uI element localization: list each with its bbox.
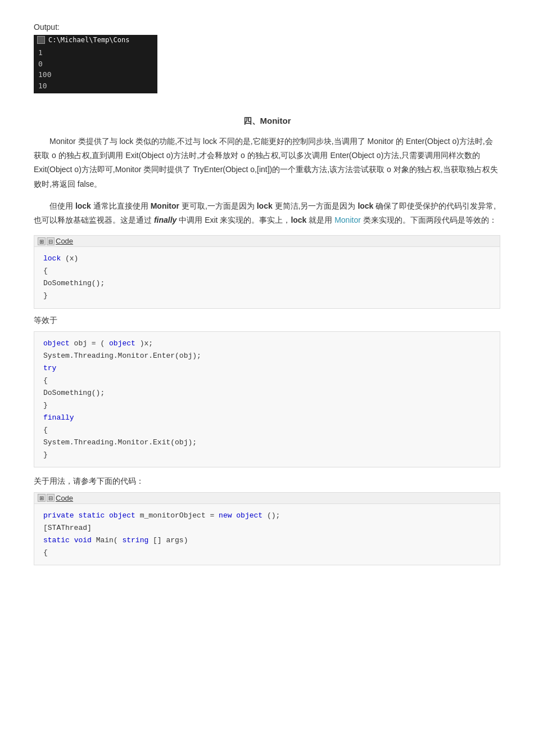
section-title: Monitor: [260, 116, 291, 125]
monitor-link: Monitor: [334, 215, 361, 224]
finally-keyword: finally: [154, 215, 177, 224]
code-block-3-body: private static object m_monitorObject = …: [34, 504, 500, 565]
code-block-2-body: object obj = ( object )x; System.Threadi…: [34, 332, 500, 467]
console-title: C:\Michael\Temp\Cons: [48, 36, 130, 44]
section-number: 四、: [243, 116, 260, 125]
output-label: Output:: [34, 22, 500, 32]
expand-icon-1b[interactable]: ⊟: [47, 237, 55, 245]
console-line-3: 100: [38, 69, 153, 80]
lock-keyword-4: lock: [291, 215, 306, 224]
expand-icon-1a[interactable]: ⊞: [38, 237, 46, 245]
code-block-1-header[interactable]: ⊞ ⊟ Code: [34, 236, 500, 247]
code-block-1: ⊞ ⊟ Code lock (x) { DoSomething(); }: [34, 235, 500, 308]
usage-text: 关于用法，请参考下面的代码：: [34, 474, 500, 488]
console-body: 1 0 100 10: [34, 45, 157, 93]
separator-text: 等效于: [34, 316, 500, 326]
console-window: C:\Michael\Temp\Cons 1 0 100 10: [34, 35, 157, 93]
expand-icon-3a[interactable]: ⊞: [38, 494, 46, 502]
console-titlebar: C:\Michael\Temp\Cons: [34, 35, 157, 45]
lock-keyword-3: lock: [357, 201, 373, 210]
console-line-2: 0: [38, 58, 153, 70]
expand-icon-3b[interactable]: ⊟: [47, 494, 55, 502]
code-block-3-header[interactable]: ⊞ ⊟ Code: [34, 493, 500, 504]
monitor-keyword: Monitor: [151, 201, 179, 210]
console-icon: [37, 36, 45, 44]
code-block-3: ⊞ ⊟ Code private static object m_monitor…: [34, 492, 500, 565]
section-heading: 四、Monitor: [34, 116, 500, 127]
code-block-1-body: lock (x) { DoSomething(); }: [34, 247, 500, 308]
prose-paragraph-2: 但使用 lock 通常比直接使用 Monitor 更可取,一方面是因为 lock…: [34, 199, 500, 227]
lock-keyword-2: lock: [257, 201, 273, 210]
code-label-1: Code: [56, 237, 73, 245]
code-block-2: object obj = ( object )x; System.Threadi…: [34, 331, 500, 468]
prose-paragraph-1: Monitor 类提供了与 lock 类似的功能,不过与 lock 不同的是,它…: [34, 134, 500, 191]
console-line-4: 10: [38, 80, 153, 92]
code-label-3: Code: [56, 494, 73, 502]
console-line-1: 1: [38, 47, 153, 58]
lock-keyword-1: lock: [75, 201, 91, 210]
